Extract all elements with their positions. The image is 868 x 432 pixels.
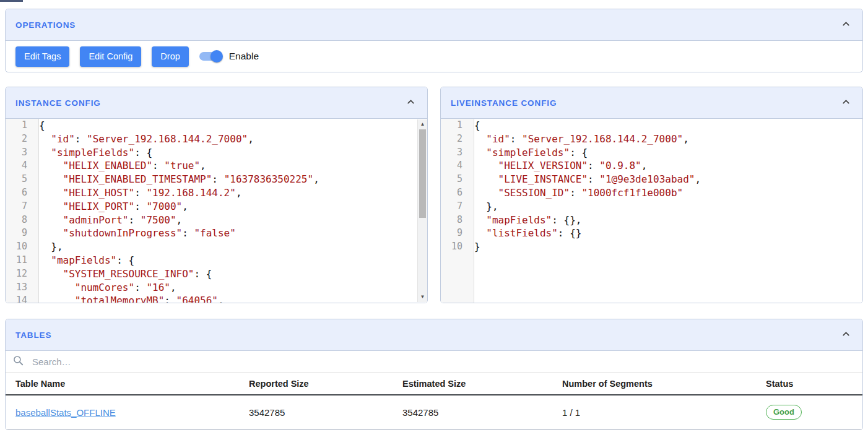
liveinstance-config-title: LIVEINSTANCE CONFIG [451, 98, 557, 108]
instance-config-collapse-button[interactable] [406, 97, 416, 110]
liveinstance-config-collapse-button[interactable] [841, 97, 851, 110]
table-row: baseballStats_OFFLINE 3542785 3542785 1 … [6, 395, 862, 430]
chevron-up-icon [841, 97, 851, 110]
liveinstance-config-editor[interactable]: 1{2 "id": "Server_192.168.144.2_7000",3 … [441, 119, 862, 303]
column-header-table-name[interactable]: Table Name [6, 373, 239, 395]
edit-config-button[interactable]: Edit Config [80, 46, 141, 67]
enable-toggle-label: Enable [229, 51, 259, 62]
operations-body: Edit Tags Edit Config Drop Enable [6, 41, 862, 72]
segments-cell: 1 / 1 [552, 395, 756, 430]
chevron-up-icon [841, 329, 851, 342]
scroll-up-icon[interactable]: ▲ [418, 121, 427, 128]
instance-config-title: INSTANCE CONFIG [15, 98, 101, 108]
reported-size-cell: 3542785 [239, 395, 393, 430]
scrollbar-thumb[interactable] [419, 129, 426, 218]
liveinstance-config-header: LIVEINSTANCE CONFIG [441, 87, 862, 119]
column-header-reported-size[interactable]: Reported Size [239, 373, 393, 395]
enable-toggle[interactable] [198, 50, 223, 63]
scroll-down-icon[interactable]: ▼ [418, 293, 427, 301]
liveinstance-config-panel: LIVEINSTANCE CONFIG 1{2 "id": "Server_19… [440, 87, 863, 303]
operations-header: OPERATIONS [6, 9, 862, 41]
page: OPERATIONS Edit Tags Edit Config Drop En… [0, 0, 868, 430]
chevron-up-icon [406, 97, 416, 110]
operations-title: OPERATIONS [15, 20, 76, 30]
tables-table: Table Name Reported Size Estimated Size … [6, 373, 862, 430]
config-row: INSTANCE CONFIG 1{2 "id": "Server_192.16… [5, 87, 863, 303]
tables-title: TABLES [15, 330, 51, 340]
table-header-row: Table Name Reported Size Estimated Size … [6, 373, 862, 395]
tables-panel: TABLES Table Name Reported Size Estimate… [5, 319, 863, 430]
instance-config-panel: INSTANCE CONFIG 1{2 "id": "Server_192.16… [5, 87, 428, 303]
column-header-estimated-size[interactable]: Estimated Size [393, 373, 552, 395]
operations-panel: OPERATIONS Edit Tags Edit Config Drop En… [5, 9, 863, 72]
search-icon [12, 355, 32, 369]
tables-search-row [6, 351, 862, 373]
instance-config-editor[interactable]: 1{2 "id": "Server_192.168.144.2_7000",3 … [6, 119, 427, 303]
column-header-status[interactable]: Status [756, 373, 862, 395]
table-name-link[interactable]: baseballStats_OFFLINE [15, 407, 116, 418]
search-input[interactable] [32, 356, 856, 367]
top-edge-mark [0, 0, 23, 2]
chevron-up-icon [841, 19, 851, 32]
instance-config-scrollbar[interactable]: ▲ ▼ [417, 119, 427, 302]
status-badge: Good [766, 405, 802, 420]
operations-collapse-button[interactable] [841, 19, 851, 32]
drop-button[interactable]: Drop [152, 46, 188, 67]
toggle-thumb [210, 50, 223, 63]
tables-header: TABLES [6, 319, 862, 351]
tables-collapse-button[interactable] [841, 329, 851, 342]
instance-config-header: INSTANCE CONFIG [6, 87, 427, 119]
column-header-number-of-segments[interactable]: Number of Segments [552, 373, 756, 395]
estimated-size-cell: 3542785 [393, 395, 552, 430]
edit-tags-button[interactable]: Edit Tags [15, 46, 69, 67]
